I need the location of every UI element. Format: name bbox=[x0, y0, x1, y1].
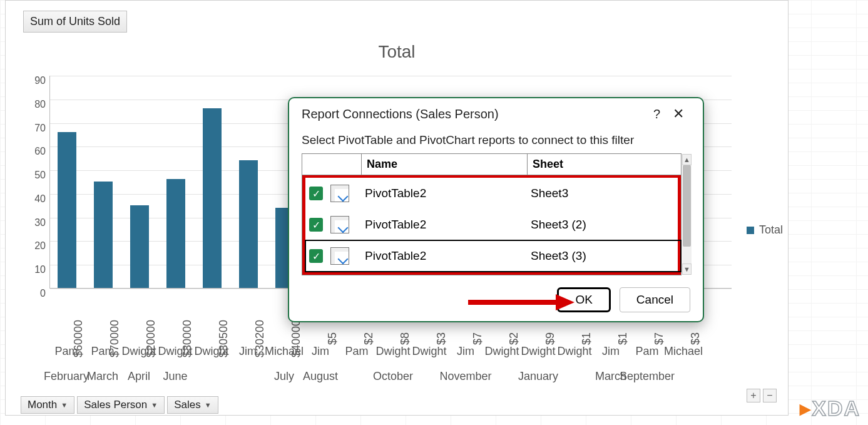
y-tick: 50 bbox=[34, 170, 46, 181]
x-amount-label: $3 bbox=[435, 332, 448, 345]
chevron-down-icon: ▼ bbox=[151, 401, 158, 409]
scroll-down-icon[interactable]: ▼ bbox=[682, 264, 692, 275]
x-person-label: Dwight bbox=[375, 345, 410, 358]
chevron-down-icon: ▼ bbox=[61, 401, 68, 409]
x-person-label: Dwight bbox=[557, 345, 591, 358]
filter-sales-person[interactable]: Sales Person ▼ bbox=[77, 396, 165, 414]
cell-sheet: Sheet3 (2) bbox=[531, 218, 678, 232]
x-amount-label: $1 bbox=[616, 332, 630, 345]
col-sheet: Sheet bbox=[528, 154, 681, 175]
x-month-label: June bbox=[163, 370, 187, 383]
ok-button[interactable]: OK bbox=[557, 287, 610, 312]
cell-name: PivotTable2 bbox=[365, 187, 531, 200]
x-person-label: Michael bbox=[265, 345, 304, 358]
x-amount-label: $2 bbox=[362, 332, 375, 345]
checkbox-checked-icon[interactable]: ✓ bbox=[309, 187, 323, 200]
filter-label: Month bbox=[28, 399, 57, 411]
x-amount-label: $7 bbox=[653, 332, 666, 345]
y-tick: 70 bbox=[34, 123, 46, 134]
bar bbox=[130, 205, 149, 288]
field-pill-values[interactable]: Sum of Units Sold bbox=[23, 11, 127, 33]
filter-label: Sales bbox=[174, 399, 201, 411]
legend-swatch bbox=[747, 227, 754, 234]
x-person-label: Pam bbox=[54, 345, 78, 358]
x-month-label: February bbox=[44, 370, 89, 383]
y-axis: 0102030405060708090 bbox=[18, 76, 49, 289]
x-axis-month-labels: FebruaryMarchAprilJuneJulyAugustOctoberN… bbox=[49, 370, 732, 386]
x-month-label: September bbox=[620, 370, 675, 383]
grid-row[interactable]: ✓ PivotTable2 Sheet3 bbox=[305, 178, 678, 209]
zoom-in-button[interactable]: + bbox=[747, 389, 760, 402]
x-person-label: Michael bbox=[664, 345, 703, 358]
chart-title: Total bbox=[6, 42, 788, 62]
x-month-label: April bbox=[128, 370, 150, 383]
pivottable-icon bbox=[330, 247, 349, 265]
legend-label: Total bbox=[759, 223, 783, 237]
scroll-track[interactable] bbox=[682, 165, 692, 264]
pivottable-icon bbox=[330, 216, 349, 233]
x-amount-label: $9 bbox=[544, 332, 557, 345]
y-tick: 10 bbox=[34, 264, 46, 275]
col-name: Name bbox=[362, 154, 528, 175]
scroll-up-icon[interactable]: ▲ bbox=[682, 154, 692, 165]
grid-scrollbar[interactable]: ▲ ▼ bbox=[682, 154, 692, 275]
x-person-label: Jim bbox=[312, 345, 329, 358]
x-month-label: October bbox=[373, 370, 413, 383]
watermark-text: XDA bbox=[812, 396, 860, 420]
field-pill-label: Sum of Units Sold bbox=[30, 15, 120, 28]
x-person-label: Dwight bbox=[412, 345, 446, 358]
x-person-label: Pam bbox=[635, 345, 658, 358]
bar bbox=[166, 179, 185, 288]
filter-label: Sales Person bbox=[84, 399, 147, 411]
zoom-controls: + − bbox=[747, 389, 777, 402]
filter-month[interactable]: Month ▼ bbox=[21, 396, 74, 414]
y-tick: 90 bbox=[34, 75, 46, 86]
chevron-down-icon: ▼ bbox=[205, 401, 212, 409]
y-tick: 20 bbox=[34, 240, 46, 252]
close-icon[interactable]: ✕ bbox=[666, 106, 690, 122]
y-tick: 40 bbox=[34, 193, 46, 205]
x-person-label: Pam bbox=[91, 345, 114, 358]
y-tick: 80 bbox=[34, 99, 46, 110]
x-month-label: January bbox=[518, 370, 558, 383]
help-icon[interactable]: ? bbox=[647, 107, 666, 121]
checkbox-checked-icon[interactable]: ✓ bbox=[309, 218, 323, 232]
pivottable-icon bbox=[330, 185, 349, 202]
dialog-title: Report Connections (Sales Person) bbox=[302, 107, 499, 121]
annotation-highlight: ✓ PivotTable2 Sheet3 ✓ PivotTable2 Sheet… bbox=[302, 175, 681, 275]
chart-filters: Month ▼ Sales Person ▼ Sales ▼ bbox=[21, 396, 218, 414]
grid-row-selected[interactable]: ✓ PivotTable2 Sheet3 (3) bbox=[305, 240, 681, 272]
watermark: ▸XDA bbox=[800, 397, 860, 419]
grid-row[interactable]: ✓ PivotTable2 Sheet3 (2) bbox=[305, 209, 678, 240]
x-month-label: August bbox=[303, 370, 338, 383]
x-person-label: Dwight bbox=[121, 345, 156, 358]
bar bbox=[239, 160, 258, 288]
x-axis-person-labels: PamPamDwightDwightDwightJimMichaelJimPam… bbox=[49, 345, 732, 361]
checkbox-checked-icon[interactable]: ✓ bbox=[309, 249, 323, 263]
bar bbox=[58, 132, 76, 288]
y-tick: 30 bbox=[34, 217, 46, 228]
x-amount-label: $1 bbox=[580, 332, 593, 345]
scroll-thumb[interactable] bbox=[683, 165, 691, 247]
cell-name: PivotTable2 bbox=[365, 249, 531, 263]
x-person-label: Dwight bbox=[158, 345, 192, 358]
connections-grid: Name Sheet ✓ PivotTable2 Sheet3 ✓ PivotT… bbox=[302, 153, 682, 275]
cancel-button[interactable]: Cancel bbox=[620, 287, 690, 312]
chart-legend: Total bbox=[747, 223, 783, 237]
x-month-label: July bbox=[274, 370, 294, 383]
bar bbox=[203, 108, 222, 288]
grid-header: Name Sheet bbox=[302, 154, 681, 175]
x-amount-label: $8 bbox=[399, 332, 412, 345]
cell-sheet: Sheet3 bbox=[531, 187, 678, 200]
x-person-label: Jim bbox=[239, 345, 257, 358]
x-amount-label: $5 bbox=[326, 332, 339, 345]
x-amount-label: $7 bbox=[471, 332, 484, 345]
cell-sheet: Sheet3 (3) bbox=[531, 249, 681, 263]
y-tick: 0 bbox=[40, 288, 46, 299]
filter-sales[interactable]: Sales ▼ bbox=[167, 396, 218, 414]
x-person-label: Jim bbox=[602, 345, 620, 358]
x-person-label: Dwight bbox=[194, 345, 228, 358]
zoom-out-button[interactable]: − bbox=[763, 389, 777, 402]
x-amount-label: $3 bbox=[689, 332, 702, 345]
cell-name: PivotTable2 bbox=[365, 218, 531, 232]
